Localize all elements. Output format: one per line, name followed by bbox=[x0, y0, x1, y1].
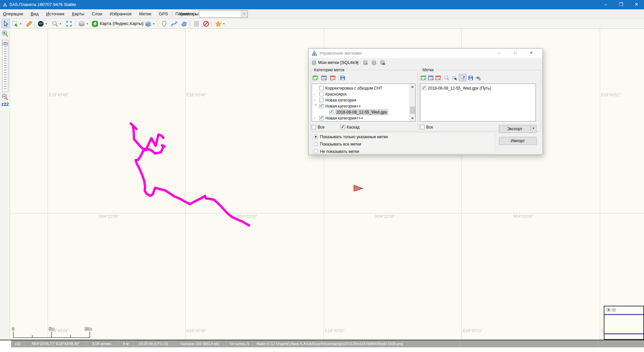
tree-row[interactable]: 2018-08-08_12-55_Wed.gpx bbox=[313, 109, 408, 115]
fullscreen-button[interactable] bbox=[65, 19, 73, 28]
map-source-select[interactable]: Карта (Яндекс.Карты)▾ bbox=[100, 19, 146, 28]
categories-tree[interactable]: Корректировка с обходом СНТ › Красноярск… bbox=[312, 84, 415, 122]
chevron-down-icon[interactable]: ▾ bbox=[86, 22, 88, 25]
menu-search-engine[interactable]: Yandex▾ bbox=[179, 9, 196, 19]
database-delete-button[interactable] bbox=[380, 60, 386, 66]
add-polygon-button[interactable] bbox=[180, 19, 188, 28]
mark-edit-button[interactable] bbox=[428, 75, 434, 81]
menu-view[interactable]: Вид bbox=[31, 9, 39, 18]
dialog-maximize-button[interactable]: □ bbox=[510, 49, 521, 58]
menu-favorites[interactable]: Избранное bbox=[110, 9, 132, 18]
menu-maps[interactable]: Карты bbox=[72, 9, 84, 18]
zoom-slider[interactable] bbox=[2, 40, 8, 92]
selection-tool-button[interactable] bbox=[11, 19, 19, 28]
tree-row[interactable]: Корректировка с обходом СНТ bbox=[313, 85, 408, 91]
tree-row[interactable]: › Новая категория++ bbox=[313, 103, 408, 109]
globe-button[interactable] bbox=[36, 19, 45, 28]
grid-label: E18°43'50" bbox=[325, 328, 345, 333]
marks-list[interactable]: 2018-08-08_12-55_Wed.gpx (Путь) bbox=[420, 84, 536, 122]
category-checkbox[interactable] bbox=[319, 116, 324, 120]
placemark-list-button[interactable] bbox=[192, 19, 201, 28]
zoom-out-button[interactable] bbox=[1, 93, 9, 101]
category-checkbox[interactable] bbox=[319, 104, 324, 108]
cache-layers-button[interactable] bbox=[77, 19, 86, 28]
database-selector[interactable]: Мои метки [SQLite3] bbox=[318, 59, 359, 67]
zoom-in-button[interactable] bbox=[1, 30, 9, 37]
category-delete-button[interactable] bbox=[330, 75, 336, 81]
favorites-button[interactable] bbox=[214, 19, 223, 28]
menu-gps[interactable]: GPS bbox=[159, 9, 168, 18]
zoom-slider-handle[interactable] bbox=[3, 42, 8, 45]
zoom-tool-button[interactable] bbox=[51, 19, 59, 28]
minimize-button[interactable]: – bbox=[598, 0, 613, 9]
menu-source[interactable]: Источник bbox=[46, 9, 65, 18]
dialog-close-button[interactable]: ✕ bbox=[526, 49, 537, 58]
radio-show-selected[interactable] bbox=[314, 135, 318, 139]
menu-marks[interactable]: Метки bbox=[139, 9, 151, 18]
category-edit-button[interactable] bbox=[321, 75, 327, 81]
expand-icon[interactable]: › bbox=[314, 97, 318, 103]
category-add-button[interactable] bbox=[312, 75, 318, 81]
mark-goto-button[interactable] bbox=[452, 75, 458, 81]
minimap-zoom-in-button[interactable]: + bbox=[606, 308, 611, 312]
menu-operations[interactable]: Операции bbox=[3, 9, 23, 18]
database-icon bbox=[311, 60, 317, 66]
tree-row[interactable]: › Новая категория+++ bbox=[313, 115, 408, 121]
cursor-tool-button[interactable] bbox=[1, 19, 10, 28]
navigation-button[interactable] bbox=[90, 19, 99, 28]
cascade-label: Каскад bbox=[347, 125, 360, 130]
tree-row[interactable]: › Новая категория bbox=[313, 97, 408, 103]
tree-row[interactable]: › Красноярск bbox=[313, 91, 408, 97]
expand-icon[interactable]: › bbox=[314, 91, 318, 97]
mark-find-button[interactable] bbox=[444, 75, 450, 81]
hide-marks-button[interactable] bbox=[202, 19, 210, 28]
mark-save-button[interactable] bbox=[468, 75, 474, 81]
maximize-button[interactable]: ❐ bbox=[613, 0, 629, 9]
category-save-button[interactable] bbox=[340, 75, 346, 81]
database-edit-button[interactable] bbox=[371, 60, 377, 66]
list-item[interactable]: 2018-08-08_12-55_Wed.gpx (Путь) bbox=[420, 85, 516, 91]
cascade-checkbox[interactable] bbox=[341, 125, 345, 129]
all-checkbox[interactable] bbox=[312, 125, 316, 129]
expand-icon[interactable]: › bbox=[314, 115, 318, 121]
category-checkbox[interactable] bbox=[319, 86, 324, 90]
mark-add-button[interactable] bbox=[420, 75, 426, 81]
collapse-icon[interactable]: › bbox=[313, 104, 319, 108]
combo-dropdown-button[interactable]: ˅ bbox=[241, 11, 247, 17]
layers-select-button[interactable] bbox=[144, 19, 152, 28]
mark-delete-button[interactable] bbox=[435, 75, 441, 81]
radio-show-all[interactable] bbox=[314, 142, 318, 146]
dialog-title-bar[interactable]: Управление метками – □ ✕ bbox=[309, 49, 543, 58]
chevron-down-icon[interactable]: ▾ bbox=[46, 22, 47, 25]
database-add-button[interactable] bbox=[362, 60, 368, 66]
chevron-down-icon[interactable]: ▾ bbox=[153, 22, 154, 25]
close-button[interactable]: ✕ bbox=[629, 0, 644, 9]
mini-map[interactable]: + − bbox=[604, 306, 644, 340]
export-dropdown-button[interactable]: ▼ bbox=[530, 125, 537, 133]
menu-layers[interactable]: Слои bbox=[92, 9, 102, 18]
ruler-tool-button[interactable] bbox=[25, 19, 33, 28]
add-path-button[interactable] bbox=[170, 19, 178, 28]
mark-visibility-button[interactable] bbox=[475, 75, 481, 81]
export-button[interactable]: Экспорт bbox=[499, 125, 531, 133]
mark-navigation-toggle[interactable] bbox=[459, 74, 466, 81]
category-checkbox[interactable] bbox=[329, 110, 334, 114]
dialog-minimize-button[interactable]: – bbox=[494, 49, 505, 58]
add-placemark-button[interactable] bbox=[160, 19, 168, 28]
tree-scrollbar[interactable] bbox=[409, 84, 415, 121]
category-checkbox[interactable] bbox=[319, 98, 324, 102]
chevron-down-icon[interactable]: ▾ bbox=[356, 61, 358, 64]
category-checkbox[interactable] bbox=[319, 92, 324, 96]
search-input[interactable] bbox=[200, 11, 241, 17]
radio-show-none[interactable] bbox=[314, 149, 318, 154]
minimap-zoom-out-button[interactable]: − bbox=[612, 308, 616, 312]
scroll-up-icon[interactable] bbox=[411, 86, 414, 88]
scroll-down-icon[interactable] bbox=[411, 118, 414, 119]
all-checkbox[interactable] bbox=[420, 125, 424, 129]
chevron-down-icon[interactable]: ▾ bbox=[60, 22, 61, 25]
chevron-down-icon[interactable]: ▾ bbox=[20, 22, 21, 25]
chevron-down-icon[interactable]: ▾ bbox=[223, 22, 225, 25]
scrollbar-thumb[interactable] bbox=[410, 107, 415, 114]
import-button[interactable]: Импорт bbox=[499, 137, 537, 145]
search-combobox[interactable]: ˅ bbox=[199, 10, 248, 18]
